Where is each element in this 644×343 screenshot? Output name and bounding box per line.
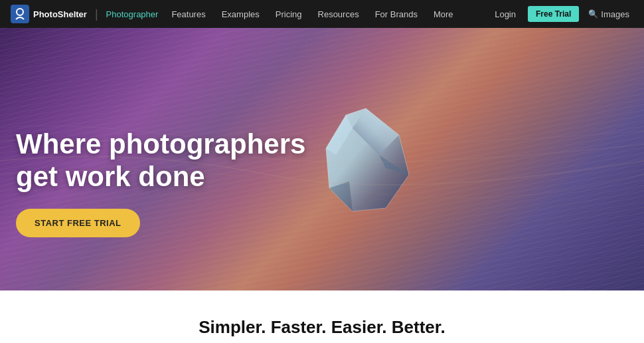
nav-features[interactable]: Features: [165, 7, 212, 22]
brand-type: Photographer: [106, 9, 159, 19]
free-trial-button[interactable]: Free Trial: [528, 6, 579, 22]
photoshelter-logo: [11, 5, 29, 23]
brand-divider: |: [95, 7, 98, 21]
hero-section: Where photographers get work done START …: [0, 28, 644, 290]
nav-more[interactable]: More: [427, 7, 460, 22]
hero-heading: Where photographers get work done: [16, 128, 305, 193]
nav-pricing[interactable]: Pricing: [269, 7, 309, 22]
brand[interactable]: PhotoShelter | Photographer: [11, 5, 158, 23]
start-free-trial-button[interactable]: START FREE TRIAL: [16, 209, 140, 237]
below-hero-section: Simpler. Faster. Easier. Better. Store y…: [0, 290, 644, 343]
tagline: Simpler. Faster. Easier. Better.: [13, 317, 631, 338]
images-link[interactable]: 🔍 Images: [584, 7, 633, 22]
hero-content: Where photographers get work done START …: [16, 128, 305, 237]
navbar: PhotoShelter | Photographer Features Exa…: [0, 0, 644, 28]
nav-for-brands[interactable]: For Brands: [368, 7, 424, 22]
login-button[interactable]: Login: [488, 7, 523, 22]
nav-right: Login Free Trial 🔍 Images: [488, 6, 633, 22]
nav-examples[interactable]: Examples: [215, 7, 266, 22]
svg-rect-0: [11, 5, 29, 23]
nav-resources[interactable]: Resources: [311, 7, 366, 22]
nav-links: Features Examples Pricing Resources For …: [165, 7, 488, 22]
search-icon: 🔍: [588, 9, 598, 19]
brand-name: PhotoShelter: [33, 9, 87, 19]
